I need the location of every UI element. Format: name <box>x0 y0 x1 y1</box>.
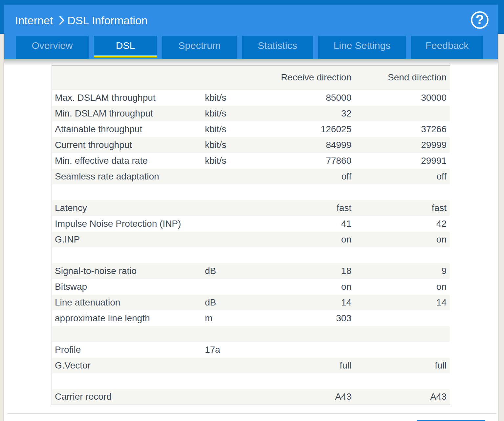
svg-text:?: ? <box>475 12 484 27</box>
